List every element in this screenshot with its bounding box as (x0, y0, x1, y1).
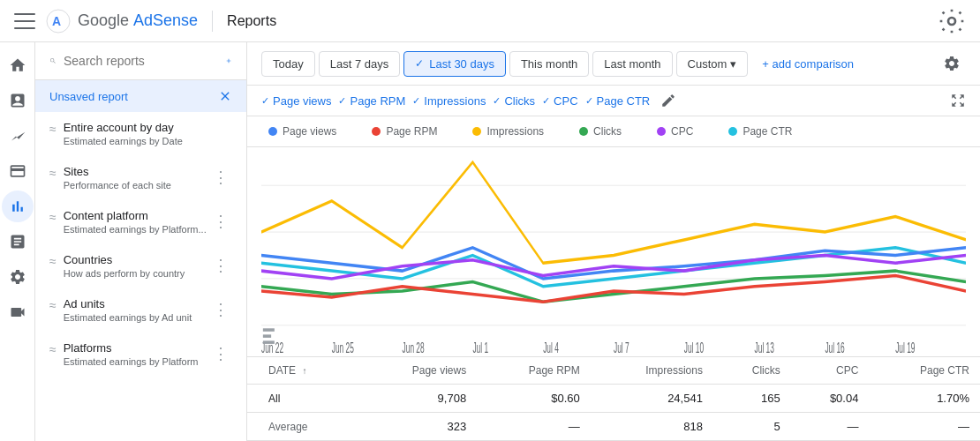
svg-text:Jul 10: Jul 10 (684, 341, 704, 356)
check-page-views-icon: ✓ (261, 95, 269, 107)
logo-brand: AdSense (133, 11, 198, 29)
report-icon-sites: ≈ (49, 166, 57, 180)
report-desc-platforms: Estimated earnings by Platform (64, 356, 199, 367)
last-30-filter-btn[interactable]: ✓ Last 30 days (403, 51, 506, 77)
data-table: DATE ↑ Page views Page RPM Impressions C… (247, 357, 980, 441)
col-date[interactable]: DATE ↑ (247, 357, 358, 385)
col-cpc[interactable]: CPC (791, 357, 870, 385)
chip-page-views[interactable]: ✓ Page views (261, 94, 331, 108)
optimization-icon-btn[interactable] (2, 226, 34, 258)
more-icon-countries[interactable]: ⋮ (209, 252, 232, 279)
gear-icon-btn[interactable] (2, 261, 34, 293)
row-all-cpc: $0.04 (791, 385, 870, 413)
report-desc-entire-account: Estimated earnings by Date (64, 136, 183, 146)
report-item-countries[interactable]: ≈ Countries How ads perform by country ⋮ (35, 243, 246, 288)
col-clicks[interactable]: Clicks (713, 357, 791, 385)
nav-divider (212, 11, 213, 32)
add-report-icon[interactable] (225, 53, 232, 69)
row-all-impressions: 24,541 (591, 385, 713, 413)
col-impressions[interactable]: Impressions (591, 357, 713, 385)
hamburger-button[interactable] (14, 11, 35, 32)
report-name-content-platform: Content platform (64, 209, 207, 222)
col-page-rpm[interactable]: Page RPM (477, 357, 591, 385)
svg-text:Jun 28: Jun 28 (403, 341, 425, 356)
report-icon-content-platform: ≈ (49, 210, 57, 224)
row-avg-page-rpm: — (477, 413, 591, 441)
legend-cpc: CPC (657, 125, 693, 138)
report-desc-ad-units: Estimated earnings by Ad unit (64, 312, 192, 323)
legend-dot-cpc (657, 127, 666, 136)
svg-rect-18 (263, 334, 271, 338)
edit-metrics-icon[interactable] (660, 93, 676, 108)
legend-dot-impressions (472, 127, 481, 136)
col-page-ctr[interactable]: Page CTR (869, 357, 980, 385)
row-all-clicks: 165 (713, 385, 791, 413)
logo-area: A Google AdSense (46, 9, 198, 34)
report-name-countries: Countries (64, 253, 185, 266)
check-cpc-icon: ✓ (542, 95, 550, 107)
top-nav: A Google AdSense Reports (0, 0, 980, 42)
legend-page-views: Page views (268, 125, 336, 138)
more-icon-platforms[interactable]: ⋮ (209, 340, 232, 367)
more-icon-sites[interactable]: ⋮ (209, 164, 232, 191)
row-all-page-views: 9,708 (358, 385, 477, 413)
this-month-filter-btn[interactable]: This month (509, 51, 589, 77)
report-item-entire-account[interactable]: ≈ Entire account by day Estimated earnin… (35, 112, 246, 155)
payments-icon-btn[interactable] (2, 155, 34, 187)
report-item-platforms[interactable]: ≈ Platforms Estimated earnings by Platfo… (35, 332, 246, 376)
filter-settings-icon[interactable] (938, 49, 966, 78)
metric-chips-bar: ✓ Page views ✓ Page RPM ✓ Impressions ✓ … (247, 86, 980, 116)
add-comparison-btn[interactable]: + add comparison (751, 52, 864, 76)
svg-text:A: A (52, 14, 61, 28)
search-input[interactable] (64, 54, 218, 68)
more-icon-content-platform[interactable]: ⋮ (209, 208, 232, 235)
col-page-views[interactable]: Page views (358, 357, 477, 385)
chip-page-rpm[interactable]: ✓ Page RPM (338, 94, 405, 108)
legend-dot-page-ctr (728, 127, 737, 136)
report-name-ad-units: Ad units (64, 297, 192, 310)
chip-impressions[interactable]: ✓ Impressions (412, 94, 486, 108)
legend-dot-page-rpm (372, 127, 381, 136)
settings-gear-icon[interactable] (938, 7, 966, 35)
svg-text:Jul 7: Jul 7 (614, 341, 629, 356)
last-month-filter-btn[interactable]: Last month (592, 51, 672, 77)
expand-chart-icon[interactable] (950, 93, 966, 108)
today-filter-btn[interactable]: Today (261, 51, 315, 77)
report-item-sites[interactable]: ≈ Sites Performance of each site ⋮ (35, 155, 246, 199)
search-icon (49, 53, 57, 69)
more-icon-ad-units[interactable]: ⋮ (209, 296, 232, 323)
home-icon-btn[interactable] (2, 49, 34, 81)
unsaved-report-item[interactable]: Unsaved report (35, 80, 246, 112)
chip-cpc[interactable]: ✓ CPC (542, 94, 577, 108)
main-content: Today Last 7 days ✓ Last 30 days This mo… (247, 42, 980, 441)
page-title: Reports (227, 13, 276, 29)
table-row-all: All 9,708 $0.60 24,541 165 $0.04 1.70% (247, 385, 980, 413)
custom-filter-btn[interactable]: Custom ▾ (676, 51, 749, 77)
svg-rect-19 (263, 340, 275, 344)
logo-text: Google AdSense (78, 11, 198, 30)
date-filter-bar: Today Last 7 days ✓ Last 30 days This mo… (247, 42, 980, 86)
close-icon[interactable] (218, 89, 232, 103)
data-table-wrap: DATE ↑ Page views Page RPM Impressions C… (247, 356, 980, 441)
check-clicks-icon: ✓ (493, 95, 501, 107)
report-item-content-platform[interactable]: ≈ Content platform Estimated earnings by… (35, 199, 246, 243)
chip-clicks[interactable]: ✓ Clicks (493, 94, 535, 108)
analytics-icon-btn[interactable] (2, 120, 34, 152)
reports-sidebar: Unsaved report ≈ Entire account by day E… (35, 42, 247, 441)
last-7-filter-btn[interactable]: Last 7 days (319, 51, 401, 77)
reports-icon-btn[interactable] (2, 85, 34, 116)
report-name-platforms: Platforms (64, 341, 199, 355)
dropdown-arrow-icon: ▾ (730, 57, 736, 71)
report-desc-content-platform: Estimated earnings by Platform... (64, 224, 207, 235)
report-item-ad-units[interactable]: ≈ Ad units Estimated earnings by Ad unit… (35, 288, 246, 332)
video-icon-btn[interactable] (2, 296, 34, 328)
report-icon-entire-account: ≈ (49, 122, 57, 136)
search-bar (35, 42, 246, 80)
check-page-ctr-icon: ✓ (585, 95, 593, 107)
line-chart-area: Jun 22 Jun 25 Jun 28 Jul 1 Jul 4 Jul 7 J… (247, 147, 980, 356)
svg-text:Jul 16: Jul 16 (825, 341, 844, 356)
row-avg-impressions: 818 (591, 413, 713, 441)
chart-bar-icon-btn[interactable] (2, 191, 34, 222)
chip-page-ctr[interactable]: ✓ Page CTR (585, 94, 651, 108)
row-all-page-ctr: 1.70% (869, 385, 980, 413)
